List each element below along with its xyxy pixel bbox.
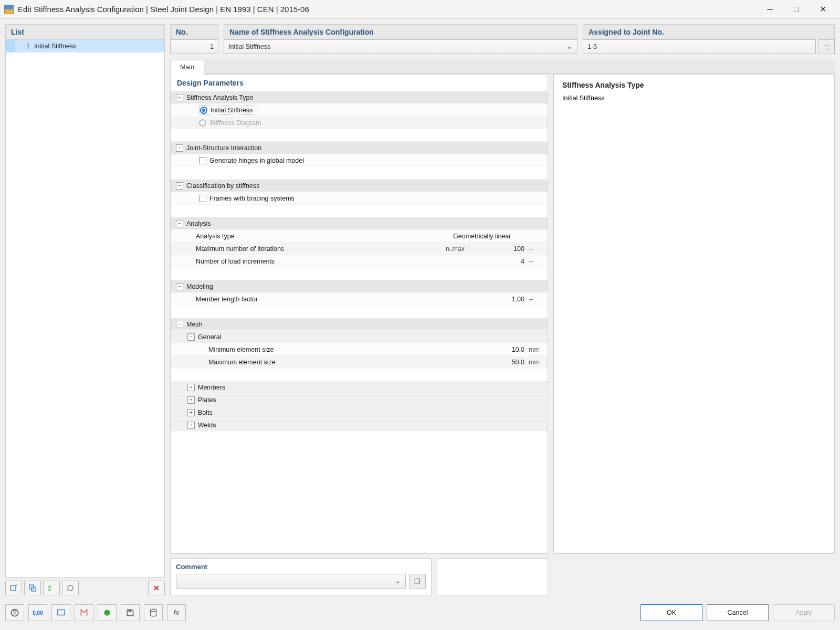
svg-rect-7 xyxy=(129,610,132,612)
database-icon[interactable] xyxy=(144,604,163,621)
copy-icon[interactable] xyxy=(24,581,41,595)
radio-initial-stiffness[interactable]: Initial Stiffness xyxy=(171,104,548,117)
maximize-button[interactable]: □ xyxy=(783,2,810,17)
list-toolbar: ✕ xyxy=(5,578,165,595)
apply-button[interactable]: Apply xyxy=(773,604,835,621)
group-label: General xyxy=(198,333,221,341)
units-icon[interactable]: 0,00 xyxy=(28,604,47,621)
cancel-button[interactable]: Cancel xyxy=(707,604,769,621)
checkbox-icon[interactable] xyxy=(199,195,206,202)
delete-icon[interactable]: ✕ xyxy=(148,581,165,595)
row-label: Maximum number of iterations xyxy=(196,245,284,253)
name-value: Initial Stiffness xyxy=(228,43,270,50)
group-stiffness-type[interactable]: Stiffness Analysis Type xyxy=(171,91,548,104)
row-max-iterations[interactable]: Maximum number of iterations nᵢ,max 100 … xyxy=(171,243,548,255)
group-mesh-members[interactable]: Members xyxy=(171,381,548,394)
app-icon xyxy=(4,5,14,14)
group-label: Plates xyxy=(198,396,216,404)
row-max-element-size[interactable]: Maximum element size 50.0 mm xyxy=(171,356,548,369)
radio-icon[interactable] xyxy=(199,119,206,127)
tab-main[interactable]: Main xyxy=(170,60,204,75)
expand-icon[interactable] xyxy=(187,409,195,416)
svg-text:?: ? xyxy=(13,608,17,617)
group-label: Joint-Structure Interaction xyxy=(186,144,261,152)
list-item-index: 1 xyxy=(17,43,30,50)
collapse-icon[interactable] xyxy=(176,321,183,328)
group-classification[interactable]: Classification by stiffness xyxy=(171,180,548,192)
row-load-increments[interactable]: Number of load increments 4 -- xyxy=(171,255,548,268)
collapse-icon[interactable] xyxy=(176,283,183,290)
comment-field[interactable] xyxy=(176,574,406,589)
svg-rect-5 xyxy=(57,610,65,615)
group-label: Welds xyxy=(198,422,216,429)
expand-icon[interactable] xyxy=(187,384,195,391)
group-mesh-plates[interactable]: Plates xyxy=(171,394,548,406)
comment-copy-icon[interactable]: ❐ xyxy=(409,574,426,589)
group-analysis[interactable]: Analysis xyxy=(171,217,548,230)
svg-rect-0 xyxy=(10,585,16,591)
assigned-value: 1-5 xyxy=(587,43,597,50)
group-joint-structure[interactable]: Joint-Structure Interaction xyxy=(171,142,548,154)
help-icon[interactable]: ? xyxy=(5,604,24,621)
config-list[interactable]: 1 Initial Stiffness xyxy=(5,39,165,578)
group-mesh-general[interactable]: General xyxy=(171,331,548,343)
no-field[interactable]: 1 xyxy=(170,39,218,54)
checkbox-label: Generate hinges in global model xyxy=(209,157,304,164)
model-icon[interactable] xyxy=(75,604,93,621)
name-label: Name of Stiffness Analysis Configuration xyxy=(224,24,578,39)
name-field[interactable]: Initial Stiffness xyxy=(224,39,578,54)
refresh-icon[interactable] xyxy=(62,581,79,595)
assigned-label: Assigned to Joint No. xyxy=(583,24,835,39)
group-label: Classification by stiffness xyxy=(186,182,259,190)
close-button[interactable]: ✕ xyxy=(810,2,836,17)
group-mesh-bolts[interactable]: Bolts xyxy=(171,406,548,419)
group-mesh[interactable]: Mesh xyxy=(171,318,548,331)
row-min-element-size[interactable]: Minimum element size 10.0 mm xyxy=(171,343,548,356)
row-analysis-type[interactable]: Analysis type Geometrically linear xyxy=(171,230,548,243)
checkbox-bracing-frames[interactable]: Frames with bracing systems xyxy=(171,192,548,205)
group-label: Analysis xyxy=(186,220,211,227)
design-params-panel: Design Parameters Stiffness Analysis Typ… xyxy=(170,74,548,554)
row-member-length-factor[interactable]: Member length factor 1.00 -- xyxy=(171,293,548,306)
fx-icon[interactable]: fx xyxy=(167,604,186,621)
group-modeling[interactable]: Modeling xyxy=(171,280,548,293)
row-label: Member length factor xyxy=(196,296,258,303)
pick-joint-icon[interactable]: ⬚ xyxy=(818,39,835,54)
minimize-button[interactable]: ─ xyxy=(757,2,783,17)
row-symbol: nᵢ,max xyxy=(446,245,493,253)
collapse-icon[interactable] xyxy=(176,220,183,227)
list-item-color xyxy=(6,40,15,52)
expand-icon[interactable] xyxy=(187,422,195,429)
tabstrip: Main xyxy=(170,59,835,74)
radio-label: Initial Stiffness xyxy=(211,107,253,114)
radio-icon[interactable] xyxy=(200,107,207,114)
check-icon[interactable] xyxy=(43,581,60,595)
collapse-icon[interactable] xyxy=(176,94,183,101)
info-body: Initial Stiffness xyxy=(562,94,826,102)
radio-stiffness-diagram[interactable]: Stiffness Diagram xyxy=(171,117,548,129)
calc-icon[interactable] xyxy=(98,604,117,621)
assigned-field[interactable]: 1-5 xyxy=(583,39,816,54)
new-icon[interactable] xyxy=(5,581,22,595)
expand-icon[interactable] xyxy=(187,396,195,404)
group-mesh-welds[interactable]: Welds xyxy=(171,419,548,432)
footer: ? 0,00 fx OK Cancel Apply xyxy=(5,601,835,625)
row-value: 100 xyxy=(493,245,527,253)
checkbox-generate-hinges[interactable]: Generate hinges in global model xyxy=(171,154,548,167)
row-value: 1.00 xyxy=(493,296,527,303)
checkbox-icon[interactable] xyxy=(199,157,206,164)
ok-button[interactable]: OK xyxy=(640,604,702,621)
collapse-icon[interactable] xyxy=(176,144,183,152)
collapse-icon[interactable] xyxy=(187,333,195,341)
group-label: Mesh xyxy=(186,321,203,328)
row-value: 10.0 xyxy=(493,346,527,353)
row-label: Number of load increments xyxy=(196,258,275,265)
list-item[interactable]: 1 Initial Stiffness xyxy=(6,40,164,52)
params-tree[interactable]: Stiffness Analysis Type Initial Stiffnes… xyxy=(171,91,548,553)
svg-point-6 xyxy=(104,610,110,615)
save-icon[interactable] xyxy=(121,604,140,621)
collapse-icon[interactable] xyxy=(176,182,183,190)
row-label: Maximum element size xyxy=(208,359,276,366)
display-icon[interactable] xyxy=(51,604,70,621)
row-value: Geometrically linear xyxy=(453,233,548,240)
